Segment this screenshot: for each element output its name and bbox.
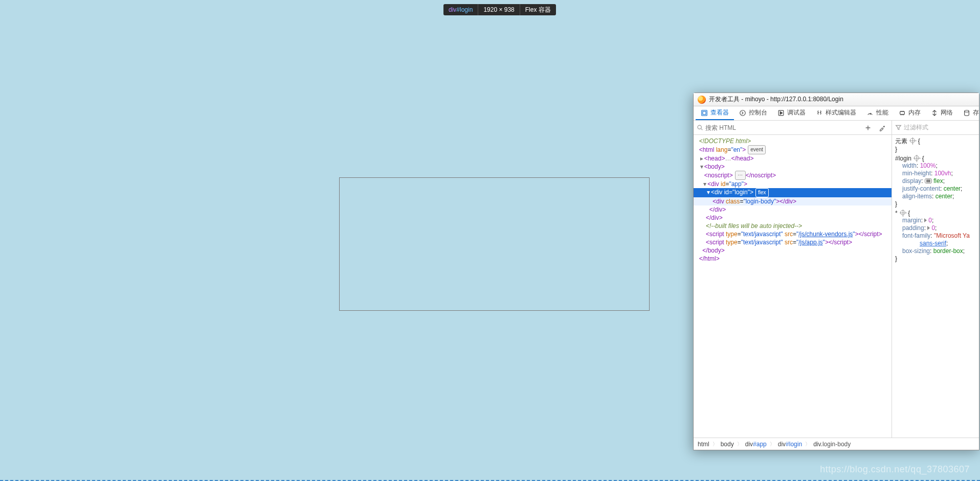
tab-label: 性能 (876, 108, 888, 117)
tooltip-dimensions: 1920 × 938 (478, 4, 520, 15)
tab-storage[interactable]: 存 (958, 106, 980, 120)
svg-point-4 (740, 110, 746, 116)
dom-doctype: <!DOCTYPE html> (699, 138, 751, 145)
rule-selector-login[interactable]: #login (895, 155, 911, 162)
gear-icon[interactable] (910, 138, 915, 143)
rule-element-label: 元素 (895, 138, 907, 145)
rule-selector-star[interactable]: * (895, 210, 898, 217)
dom-script-link-1[interactable]: /js/chunk-vendors.js (798, 231, 853, 238)
svg-rect-3 (703, 111, 706, 114)
expand-shorthand-icon[interactable] (924, 218, 927, 222)
tab-label: 查看器 (710, 108, 729, 117)
tab-performance[interactable]: 性能 (861, 106, 894, 120)
filter-icon (895, 124, 902, 131)
tooltip-id: #login (456, 6, 473, 13)
tab-label: 调试器 (787, 108, 806, 117)
crumb-app[interactable]: div#app (745, 441, 767, 448)
collapsed-dots-badge[interactable]: ⋯ (735, 171, 746, 180)
styles-pane[interactable]: 元素 { } #login { width: 100%; min-height:… (892, 135, 979, 438)
element-highlight-tooltip: div#login 1920 × 938 Flex 容器 (443, 4, 556, 15)
tab-inspector[interactable]: 查看器 (696, 106, 734, 120)
eyedropper-button[interactable] (876, 124, 888, 131)
tab-label: 控制台 (749, 108, 767, 117)
devtools-titlebar[interactable]: 开发者工具 - mihoyo - http://127.0.0.1:8080/L… (694, 93, 979, 106)
event-badge[interactable]: event (748, 145, 765, 154)
tab-label: 网络 (941, 108, 953, 117)
html-search-input[interactable] (705, 124, 860, 131)
devtools-title: 开发者工具 - mihoyo - http://127.0.0.1:8080/L… (709, 95, 843, 104)
filter-styles-placeholder: 过滤样式 (904, 123, 928, 132)
tab-label: 内存 (908, 108, 921, 117)
svg-rect-2 (702, 110, 707, 116)
dom-breadcrumbs: html 〉 body 〉 div#app 〉 div#login 〉 div.… (694, 438, 979, 450)
flex-chip-icon[interactable] (925, 178, 932, 184)
tab-style-editor[interactable]: 样式编辑器 (811, 106, 861, 120)
tab-memory[interactable]: 内存 (894, 106, 926, 120)
tab-label: 存 (973, 108, 979, 117)
crumb-login-body[interactable]: div.login-body (813, 441, 851, 448)
tab-console[interactable]: 控制台 (734, 106, 772, 120)
dom-hovered-login-body[interactable]: <div class="login-body"></div> (694, 197, 892, 205)
expand-shorthand-icon[interactable] (927, 226, 930, 230)
devtools-window: 开发者工具 - mihoyo - http://127.0.0.1:8080/L… (693, 93, 979, 450)
search-icon (697, 124, 703, 131)
tooltip-layout: Flex 容器 (520, 4, 556, 15)
tooltip-tag: div (449, 6, 456, 13)
dom-comment: <!--built files will be auto injected--> (706, 222, 802, 230)
devtools-main-split: <!DOCTYPE html> <html lang="en">event ▸<… (694, 135, 979, 438)
svg-point-7 (965, 110, 969, 112)
watermark-text: https://blog.csdn.net/qq_37803607 (820, 464, 970, 475)
dom-tree-pane[interactable]: <!DOCTYPE html> <html lang="en">event ▸<… (694, 135, 892, 438)
dom-selected-login[interactable]: ▾<div id="login">flex (694, 188, 892, 197)
devtools-search-row: 过滤样式 (694, 121, 979, 135)
crumb-html[interactable]: html (698, 441, 709, 448)
add-element-button[interactable] (862, 124, 874, 131)
gear-icon[interactable] (914, 155, 919, 161)
login-body-box (339, 177, 650, 311)
flex-badge[interactable]: flex (755, 188, 769, 197)
svg-rect-6 (900, 111, 905, 114)
tab-network[interactable]: 网络 (926, 106, 958, 120)
crumb-login[interactable]: div#login (778, 441, 802, 448)
svg-point-8 (698, 125, 701, 129)
gear-icon[interactable] (900, 210, 905, 215)
tab-debugger[interactable]: 调试器 (772, 106, 811, 120)
tab-label: 样式编辑器 (826, 108, 856, 117)
dom-script-link-2[interactable]: /js/app.js (798, 239, 822, 246)
firefox-icon (698, 96, 706, 104)
crumb-body[interactable]: body (721, 441, 734, 448)
devtools-tabbar: 查看器 控制台 调试器 样式编辑器 性能 内存 网络 存 (694, 106, 979, 121)
